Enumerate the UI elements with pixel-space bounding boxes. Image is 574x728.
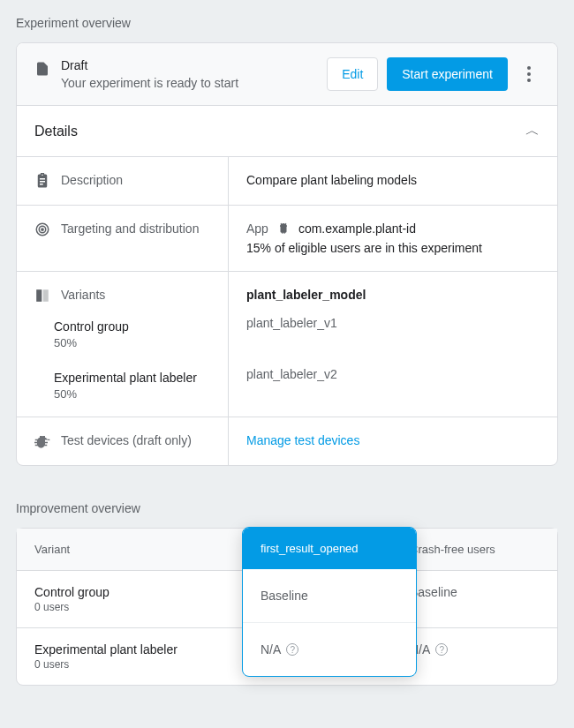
details-title: Details <box>34 124 78 139</box>
android-icon <box>277 222 290 235</box>
targeting-row: Targeting and distribution App com.examp… <box>17 205 557 271</box>
help-icon[interactable]: ? <box>286 643 298 656</box>
clipboard-icon <box>34 173 50 189</box>
description-row: Description Compare plant labeling model… <box>17 156 557 205</box>
row-variant-users: 0 users <box>34 658 209 671</box>
highlighted-metric-header: first_result_opened <box>243 528 416 569</box>
draft-status-bar: Draft Your experiment is ready to start … <box>17 43 557 105</box>
highlighted-metric-column: first_result_opened Baseline N/A ? <box>242 527 417 677</box>
parameter-value-control: plant_labeler_v1 <box>246 316 540 330</box>
file-icon <box>34 59 50 79</box>
help-icon[interactable]: ? <box>435 643 448 656</box>
variants-label: Variants <box>61 288 105 302</box>
app-id: com.example.plant-id <box>298 221 416 236</box>
start-experiment-button[interactable]: Start experiment <box>387 57 508 91</box>
metric-baseline: Baseline <box>261 589 308 603</box>
variants-row: Variants Control group 50% Experimental … <box>17 271 557 417</box>
crash-free-baseline: Baseline <box>410 585 457 599</box>
manage-test-devices-link[interactable]: Manage test devices <box>246 433 359 447</box>
experiment-overview-heading: Experiment overview <box>16 16 558 30</box>
parameter-key: plant_labeler_model <box>246 288 540 302</box>
svg-point-2 <box>42 229 43 230</box>
variant-control: Control group 50% <box>34 319 210 349</box>
improvement-overview-heading: Improvement overview <box>16 501 558 515</box>
edit-button[interactable]: Edit <box>327 57 378 91</box>
test-devices-label: Test devices (draft only) <box>61 433 192 447</box>
variant-experimental: Experimental plant labeler 50% <box>34 371 210 401</box>
parameter-value-experimental: plant_labeler_v2 <box>246 367 540 381</box>
draft-status-subline: Your experiment is ready to start <box>61 76 238 90</box>
col-header-variant: Variant <box>17 529 227 570</box>
col-header-crash-free: Crash-free users <box>392 529 557 570</box>
test-devices-row: Test devices (draft only) Manage test de… <box>17 417 557 465</box>
bug-icon <box>34 433 50 449</box>
row-variant-name: Control group <box>34 585 209 599</box>
variant-name: Experimental plant labeler <box>54 371 210 385</box>
description-label: Description <box>61 173 123 187</box>
details-section-toggle[interactable]: Details ︿ <box>17 105 557 156</box>
variant-pct: 50% <box>54 336 210 349</box>
distribution-text: 15% of eligible users are in this experi… <box>246 241 540 255</box>
row-variant-name: Experimental plant labeler <box>34 642 209 657</box>
variant-pct: 50% <box>54 387 210 401</box>
chevron-up-icon: ︿ <box>525 122 540 140</box>
draft-status-label: Draft <box>61 58 238 72</box>
row-variant-users: 0 users <box>34 601 209 613</box>
metric-na: N/A <box>261 642 281 657</box>
ab-test-icon <box>34 288 50 304</box>
overflow-menu-button[interactable] <box>518 64 540 85</box>
app-label: App <box>246 221 268 236</box>
experiment-card: Draft Your experiment is ready to start … <box>16 42 558 466</box>
target-icon <box>34 221 50 237</box>
variant-name: Control group <box>54 319 210 334</box>
description-value: Compare plant labeling models <box>246 173 417 187</box>
targeting-label: Targeting and distribution <box>61 221 199 236</box>
